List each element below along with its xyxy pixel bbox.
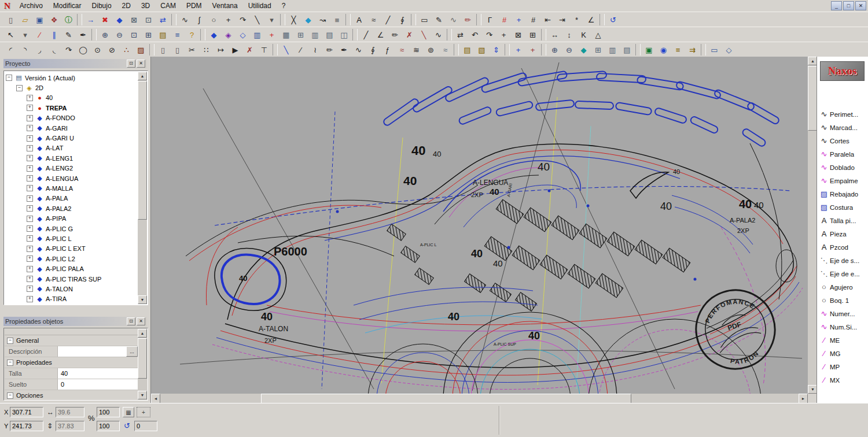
measure-v-icon[interactable]: ⇥: [555, 13, 569, 27]
y-coordinate-field[interactable]: 241.73: [10, 421, 43, 431]
tree-item[interactable]: + ◆ A-PLIC PALA: [5, 264, 138, 273]
menu-item[interactable]: 3D: [136, 1, 155, 11]
import-icon[interactable]: →: [83, 13, 98, 27]
tree-item[interactable]: + ◆ A-PLIC L2: [5, 254, 138, 264]
tee-icon[interactable]: ⊤: [257, 43, 271, 57]
tool-rebajado[interactable]: ▨ Rebajado: [818, 187, 868, 201]
zoom-minus-icon[interactable]: ⊖: [562, 43, 576, 57]
sketch-icon[interactable]: ✎: [432, 13, 446, 27]
browse-button[interactable]: ...: [126, 346, 138, 357]
tree-expander-icon[interactable]: −: [16, 85, 23, 91]
tree-item[interactable]: + ◆ A-PLIC TIRAS SUP: [5, 274, 138, 284]
menu-item[interactable]: Modificar: [48, 1, 87, 11]
triangle-icon[interactable]: △: [591, 28, 605, 42]
save-icon[interactable]: ▣: [32, 13, 47, 27]
spline-icon[interactable]: ∿: [178, 13, 192, 27]
grid-toggle-icon[interactable]: ▦: [123, 407, 134, 417]
clipboard-icon[interactable]: ▤: [460, 43, 475, 57]
move-icon[interactable]: +: [496, 28, 511, 42]
contour-icon[interactable]: ∮: [366, 43, 380, 57]
tree-expander-icon[interactable]: +: [27, 225, 33, 232]
tool-pieza[interactable]: A Pieza: [818, 227, 868, 240]
notebook-icon[interactable]: ▥: [250, 28, 264, 42]
collapse-icon[interactable]: −: [7, 360, 13, 366]
rotate-icon[interactable]: ↺: [124, 421, 130, 430]
hatch-icon[interactable]: ▨: [134, 43, 148, 57]
ellipse-icon[interactable]: ◯: [76, 43, 90, 57]
zoom-out-icon[interactable]: ⊖: [112, 28, 127, 42]
menu-item[interactable]: Utilidad: [243, 1, 277, 11]
dropdown-arrow-icon[interactable]: ▾: [18, 28, 32, 42]
print-manager-icon[interactable]: ❖: [47, 13, 61, 27]
tool-perimetro[interactable]: ∿ Perimet...: [818, 108, 868, 121]
x-coordinate-field[interactable]: 307.71: [10, 407, 43, 417]
arc-swing-icon[interactable]: ↷: [61, 43, 76, 57]
tree-item[interactable]: − ▤ Versión 1 (Actual): [5, 73, 138, 83]
export-icon[interactable]: ⇄: [156, 13, 170, 27]
smooth-piece-icon[interactable]: ◆: [301, 13, 315, 27]
tool-mp[interactable]: ∕ MP: [818, 360, 868, 373]
selection-window-icon[interactable]: ⊠: [127, 13, 141, 27]
descripcion-value-field[interactable]: [58, 346, 126, 357]
tool-numerado[interactable]: ∿ Numer...: [818, 307, 868, 320]
curve-tag-icon[interactable]: ↝: [315, 13, 330, 27]
scroll-up-icon[interactable]: ▲: [138, 329, 147, 338]
arc-curve-icon[interactable]: ∫: [192, 13, 207, 27]
pencil-icon[interactable]: ✏: [322, 43, 337, 57]
scroll-thumb[interactable]: [261, 394, 631, 403]
tool-boquilla[interactable]: ○ Boq. 1: [818, 294, 868, 307]
zigzag-red-icon[interactable]: ≈: [395, 43, 409, 57]
pencil-icon[interactable]: ✏: [388, 28, 402, 42]
angle-field[interactable]: 0: [134, 421, 157, 431]
tree-expander-icon[interactable]: +: [27, 235, 33, 242]
scroll-right-icon[interactable]: ►: [799, 394, 808, 403]
tree-expander-icon[interactable]: +: [27, 216, 33, 222]
step-diamond-icon[interactable]: ◈: [221, 28, 236, 42]
menu-item[interactable]: Archivo: [14, 1, 48, 11]
tree-item[interactable]: + ◆ A-FONDO: [5, 113, 138, 123]
zoom-window-icon[interactable]: ⊡: [127, 28, 141, 42]
updown-icon[interactable]: ⇕: [489, 43, 503, 57]
tool-empalme[interactable]: ∿ Empalme: [818, 174, 868, 187]
merge-cells-icon[interactable]: ◫: [337, 28, 351, 42]
zigzag-icon[interactable]: ≋: [409, 43, 424, 57]
contour-icon[interactable]: ∮: [395, 13, 410, 27]
info-icon[interactable]: ⓘ: [61, 13, 76, 27]
fillet-tr-icon[interactable]: ◝: [18, 43, 32, 57]
tree-expander-icon[interactable]: +: [27, 255, 33, 262]
stack-icon[interactable]: ≡: [671, 43, 685, 57]
tree-item[interactable]: + ◆ A-PLIC G: [5, 224, 138, 234]
scroll-down-icon[interactable]: ▼: [138, 391, 147, 399]
small-grid-icon[interactable]: ⊞: [591, 43, 605, 57]
tree-expander-icon[interactable]: +: [27, 165, 33, 172]
fillet-tl-icon[interactable]: ◜: [3, 43, 18, 57]
tree-expander-icon[interactable]: +: [27, 105, 33, 111]
parallel-pens-icon[interactable]: ∥: [47, 28, 61, 42]
line-icon[interactable]: ╲: [250, 13, 264, 27]
erase-icon[interactable]: ✗: [402, 28, 417, 42]
tool-agujero[interactable]: ○ Agujero: [818, 280, 868, 294]
fill-gray-icon[interactable]: ■: [330, 13, 344, 27]
scroll-down-icon[interactable]: ▼: [138, 295, 147, 304]
intersect-icon[interactable]: ╳: [286, 13, 301, 27]
scroll-up-icon[interactable]: ▲: [138, 72, 147, 80]
tree-item[interactable]: + ◆ A-LENG2: [5, 164, 138, 173]
scroll-left-icon[interactable]: ◄: [151, 394, 160, 403]
tool-costura[interactable]: ▨ Costura: [818, 201, 868, 214]
scale-icon[interactable]: ⊠: [511, 28, 525, 42]
pattern-dots-icon[interactable]: ∴: [119, 43, 134, 57]
measure-h-icon[interactable]: ⇤: [540, 13, 555, 27]
menu-item[interactable]: ?: [277, 1, 291, 11]
rectangle-icon[interactable]: ▭: [417, 13, 432, 27]
tree-expander-icon[interactable]: +: [27, 276, 33, 282]
snap-toggle-icon[interactable]: +: [137, 407, 150, 417]
grid-snap-icon[interactable]: ⊞: [293, 28, 308, 42]
suelto-value-field[interactable]: 0: [58, 379, 138, 390]
dock-panel-button[interactable]: ⊡: [127, 317, 135, 325]
scroll-thumb[interactable]: [138, 81, 147, 220]
draw-pen-icon[interactable]: ✎: [61, 28, 76, 42]
wave-icon[interactable]: ∿: [351, 43, 366, 57]
circle-wave-icon[interactable]: ⊚: [424, 43, 438, 57]
measure-width-icon[interactable]: ↔: [547, 28, 562, 42]
scroll-thumb[interactable]: [138, 338, 147, 379]
